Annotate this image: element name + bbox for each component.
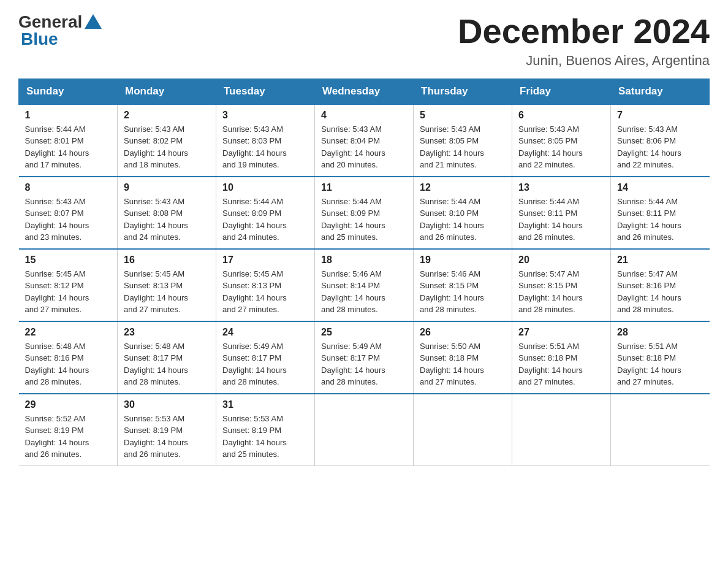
logo: General Blue — [18, 12, 102, 49]
day-cell: 8Sunrise: 5:43 AMSunset: 8:07 PMDaylight… — [19, 177, 118, 249]
day-cell: 25Sunrise: 5:49 AMSunset: 8:17 PMDayligh… — [315, 321, 414, 394]
day-cell: 21Sunrise: 5:47 AMSunset: 8:16 PMDayligh… — [611, 249, 710, 321]
day-cell: 30Sunrise: 5:53 AMSunset: 8:19 PMDayligh… — [118, 394, 216, 466]
day-number: 1 — [25, 110, 112, 121]
day-info: Sunrise: 5:44 AMSunset: 8:11 PMDaylight:… — [617, 196, 703, 243]
day-number: 5 — [420, 110, 506, 121]
day-number: 14 — [617, 182, 703, 193]
week-row-2: 8Sunrise: 5:43 AMSunset: 8:07 PMDaylight… — [19, 177, 710, 249]
week-row-3: 15Sunrise: 5:45 AMSunset: 8:12 PMDayligh… — [19, 249, 710, 321]
location-subtitle: Junin, Buenos Aires, Argentina — [458, 53, 710, 69]
day-cell: 14Sunrise: 5:44 AMSunset: 8:11 PMDayligh… — [611, 177, 710, 249]
day-cell — [414, 394, 512, 466]
day-info: Sunrise: 5:47 AMSunset: 8:16 PMDaylight:… — [617, 268, 703, 316]
day-number: 7 — [617, 110, 703, 121]
day-info: Sunrise: 5:44 AMSunset: 8:09 PMDaylight:… — [222, 196, 308, 243]
day-info: Sunrise: 5:45 AMSunset: 8:13 PMDaylight:… — [222, 268, 308, 316]
day-cell: 5Sunrise: 5:43 AMSunset: 8:05 PMDaylight… — [414, 104, 512, 177]
day-cell: 27Sunrise: 5:51 AMSunset: 8:18 PMDayligh… — [512, 321, 611, 394]
day-number: 9 — [124, 182, 210, 193]
week-row-4: 22Sunrise: 5:48 AMSunset: 8:16 PMDayligh… — [19, 321, 710, 394]
day-cell: 28Sunrise: 5:51 AMSunset: 8:18 PMDayligh… — [611, 321, 710, 394]
day-number: 3 — [222, 110, 308, 121]
calendar-header: SundayMondayTuesdayWednesdayThursdayFrid… — [19, 79, 710, 104]
week-row-5: 29Sunrise: 5:52 AMSunset: 8:19 PMDayligh… — [19, 394, 710, 466]
day-number: 2 — [124, 110, 210, 121]
day-cell: 7Sunrise: 5:43 AMSunset: 8:06 PMDaylight… — [611, 104, 710, 177]
day-cell: 4Sunrise: 5:43 AMSunset: 8:04 PMDaylight… — [315, 104, 414, 177]
title-block: December 2024 Junin, Buenos Aires, Argen… — [458, 12, 710, 69]
day-info: Sunrise: 5:43 AMSunset: 8:07 PMDaylight:… — [25, 196, 112, 243]
logo-triangle-icon — [85, 14, 102, 29]
day-cell: 26Sunrise: 5:50 AMSunset: 8:18 PMDayligh… — [414, 321, 512, 394]
header-cell-monday: Monday — [118, 79, 216, 104]
day-info: Sunrise: 5:51 AMSunset: 8:18 PMDaylight:… — [518, 340, 604, 388]
day-cell — [315, 394, 414, 466]
day-info: Sunrise: 5:48 AMSunset: 8:16 PMDaylight:… — [25, 340, 112, 388]
month-title: December 2024 — [458, 12, 710, 50]
day-info: Sunrise: 5:47 AMSunset: 8:15 PMDaylight:… — [518, 268, 604, 316]
day-info: Sunrise: 5:46 AMSunset: 8:14 PMDaylight:… — [321, 268, 407, 316]
day-cell: 20Sunrise: 5:47 AMSunset: 8:15 PMDayligh… — [512, 249, 611, 321]
day-number: 11 — [321, 182, 407, 193]
day-number: 15 — [25, 255, 112, 266]
day-number: 29 — [25, 399, 112, 410]
logo-blue-text: Blue — [21, 29, 58, 49]
day-cell: 3Sunrise: 5:43 AMSunset: 8:03 PMDaylight… — [216, 104, 315, 177]
day-number: 19 — [420, 255, 506, 266]
day-info: Sunrise: 5:48 AMSunset: 8:17 PMDaylight:… — [124, 340, 210, 388]
day-info: Sunrise: 5:52 AMSunset: 8:19 PMDaylight:… — [25, 413, 112, 461]
day-number: 26 — [420, 327, 506, 338]
day-info: Sunrise: 5:45 AMSunset: 8:12 PMDaylight:… — [25, 268, 112, 316]
day-number: 20 — [518, 255, 604, 266]
day-info: Sunrise: 5:46 AMSunset: 8:15 PMDaylight:… — [420, 268, 506, 316]
day-cell: 24Sunrise: 5:49 AMSunset: 8:17 PMDayligh… — [216, 321, 315, 394]
day-info: Sunrise: 5:53 AMSunset: 8:19 PMDaylight:… — [124, 413, 210, 461]
day-info: Sunrise: 5:45 AMSunset: 8:13 PMDaylight:… — [124, 268, 210, 316]
day-number: 21 — [617, 255, 703, 266]
day-info: Sunrise: 5:43 AMSunset: 8:05 PMDaylight:… — [518, 123, 604, 171]
day-cell: 31Sunrise: 5:53 AMSunset: 8:19 PMDayligh… — [216, 394, 315, 466]
day-number: 27 — [518, 327, 604, 338]
day-number: 31 — [222, 399, 308, 410]
day-cell: 22Sunrise: 5:48 AMSunset: 8:16 PMDayligh… — [19, 321, 118, 394]
day-cell: 16Sunrise: 5:45 AMSunset: 8:13 PMDayligh… — [118, 249, 216, 321]
day-info: Sunrise: 5:49 AMSunset: 8:17 PMDaylight:… — [321, 340, 407, 388]
day-info: Sunrise: 5:44 AMSunset: 8:11 PMDaylight:… — [518, 196, 604, 243]
day-cell: 23Sunrise: 5:48 AMSunset: 8:17 PMDayligh… — [118, 321, 216, 394]
day-number: 22 — [25, 327, 112, 338]
day-cell: 29Sunrise: 5:52 AMSunset: 8:19 PMDayligh… — [19, 394, 118, 466]
day-number: 4 — [321, 110, 407, 121]
day-info: Sunrise: 5:44 AMSunset: 8:09 PMDaylight:… — [321, 196, 407, 243]
day-number: 24 — [222, 327, 308, 338]
day-info: Sunrise: 5:53 AMSunset: 8:19 PMDaylight:… — [222, 413, 308, 461]
day-number: 12 — [420, 182, 506, 193]
day-info: Sunrise: 5:49 AMSunset: 8:17 PMDaylight:… — [222, 340, 308, 388]
day-cell: 18Sunrise: 5:46 AMSunset: 8:14 PMDayligh… — [315, 249, 414, 321]
day-number: 30 — [124, 399, 210, 410]
day-number: 18 — [321, 255, 407, 266]
day-cell: 15Sunrise: 5:45 AMSunset: 8:12 PMDayligh… — [19, 249, 118, 321]
header-cell-friday: Friday — [512, 79, 611, 104]
day-cell: 13Sunrise: 5:44 AMSunset: 8:11 PMDayligh… — [512, 177, 611, 249]
calendar-table: SundayMondayTuesdayWednesdayThursdayFrid… — [18, 79, 710, 466]
day-cell: 9Sunrise: 5:43 AMSunset: 8:08 PMDaylight… — [118, 177, 216, 249]
day-cell: 11Sunrise: 5:44 AMSunset: 8:09 PMDayligh… — [315, 177, 414, 249]
calendar-body: 1Sunrise: 5:44 AMSunset: 8:01 PMDaylight… — [19, 104, 710, 466]
header-cell-sunday: Sunday — [19, 79, 118, 104]
day-number: 10 — [222, 182, 308, 193]
day-number: 23 — [124, 327, 210, 338]
day-info: Sunrise: 5:51 AMSunset: 8:18 PMDaylight:… — [617, 340, 703, 388]
day-info: Sunrise: 5:43 AMSunset: 8:02 PMDaylight:… — [124, 123, 210, 171]
day-cell — [611, 394, 710, 466]
day-info: Sunrise: 5:43 AMSunset: 8:05 PMDaylight:… — [420, 123, 506, 171]
header-cell-tuesday: Tuesday — [216, 79, 315, 104]
day-number: 28 — [617, 327, 703, 338]
header-cell-wednesday: Wednesday — [315, 79, 414, 104]
header-cell-thursday: Thursday — [414, 79, 512, 104]
day-cell: 17Sunrise: 5:45 AMSunset: 8:13 PMDayligh… — [216, 249, 315, 321]
header-row: SundayMondayTuesdayWednesdayThursdayFrid… — [19, 79, 710, 104]
day-info: Sunrise: 5:44 AMSunset: 8:10 PMDaylight:… — [420, 196, 506, 243]
day-number: 25 — [321, 327, 407, 338]
day-info: Sunrise: 5:43 AMSunset: 8:08 PMDaylight:… — [124, 196, 210, 243]
